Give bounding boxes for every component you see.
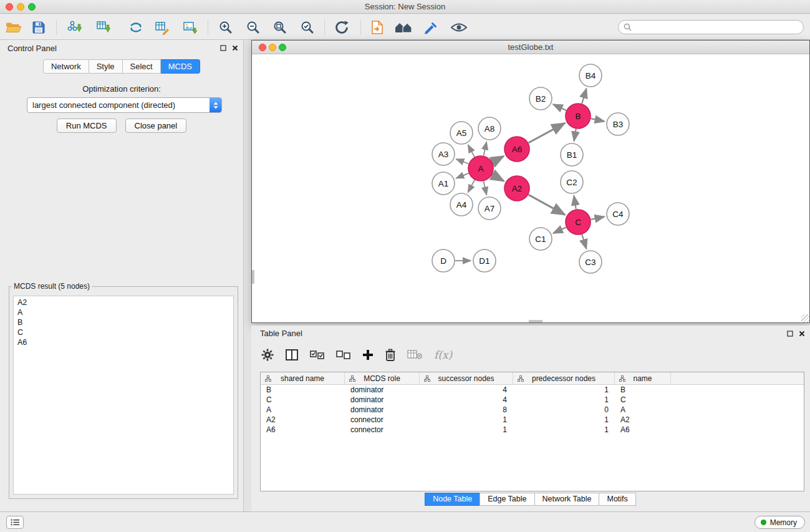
result-item[interactable]: A — [14, 307, 233, 317]
import-network-icon[interactable] — [64, 17, 85, 38]
deselect-all-icon[interactable] — [336, 351, 350, 360]
select-all-icon[interactable] — [310, 351, 324, 360]
node-D1[interactable]: D1 — [473, 249, 496, 272]
edge-A-A5[interactable] — [468, 145, 475, 157]
edge-A-A1[interactable] — [456, 173, 468, 178]
edge-B-B1[interactable] — [574, 129, 576, 142]
edge-A-A4[interactable] — [468, 180, 475, 193]
run-mcds-button[interactable]: Run MCDS — [57, 118, 117, 133]
layout-presets-icon[interactable] — [393, 17, 414, 38]
node-A2[interactable]: A2 — [504, 176, 529, 201]
edit-table-icon[interactable] — [152, 17, 173, 38]
edge-A-A6[interactable] — [493, 156, 504, 162]
edge-A2-C[interactable] — [528, 195, 565, 215]
tab-network[interactable]: Network — [43, 59, 89, 74]
delete-table-icon[interactable] — [407, 350, 422, 360]
node-A7[interactable]: A7 — [478, 197, 501, 220]
result-item[interactable]: A2 — [14, 297, 233, 307]
horizontal-scroll-thumb[interactable] — [529, 320, 542, 322]
column-header-predecessor-nodes[interactable]: predecessor nodes — [513, 372, 615, 384]
node-A6[interactable]: A6 — [504, 137, 529, 162]
node-A[interactable]: A — [468, 156, 493, 181]
edge-A-A3[interactable] — [456, 159, 469, 164]
close-panel-icon[interactable] — [232, 45, 238, 51]
add-row-icon[interactable] — [362, 349, 374, 360]
refresh-layout-icon[interactable] — [331, 17, 352, 38]
edge-A-A8[interactable] — [484, 142, 487, 156]
show-panels-button[interactable] — [6, 516, 24, 529]
column-header-successor-nodes[interactable]: successor nodes — [420, 372, 513, 384]
node-B3[interactable]: B3 — [607, 113, 629, 135]
node-B2[interactable]: B2 — [529, 87, 552, 110]
import-table-icon[interactable] — [93, 17, 114, 38]
tab-motifs[interactable]: Motifs — [599, 493, 635, 506]
edge-C-C3[interactable] — [582, 235, 586, 249]
node-D[interactable]: D — [432, 249, 455, 272]
edge-B-B3[interactable] — [591, 118, 605, 121]
edge-A6-B[interactable] — [529, 123, 565, 143]
node-A4[interactable]: A4 — [450, 193, 473, 216]
float-table-panel-icon[interactable] — [787, 331, 793, 337]
node-A1[interactable]: A1 — [432, 172, 455, 195]
table-row[interactable]: A2connector11A2 — [261, 415, 804, 425]
tab-node-table[interactable]: Node Table — [425, 493, 480, 506]
table-row[interactable]: Adominator80A — [261, 405, 804, 415]
table-row[interactable]: A6connector11A6 — [261, 425, 804, 435]
column-header-mcds-role[interactable]: MCDS role — [345, 372, 420, 384]
table-settings-icon[interactable] — [261, 349, 274, 361]
edge-C-C2[interactable] — [574, 196, 576, 210]
node-C2[interactable]: C2 — [561, 171, 583, 193]
edge-C-C1[interactable] — [553, 228, 566, 233]
node-C1[interactable]: C1 — [529, 228, 552, 250]
search-input[interactable] — [635, 23, 803, 32]
zoom-fit-icon[interactable] — [269, 17, 291, 38]
edge-A-A7[interactable] — [484, 181, 487, 195]
column-layout-icon[interactable] — [286, 349, 298, 360]
node-B4[interactable]: B4 — [579, 64, 602, 87]
table-row[interactable]: Bdominator41B — [261, 385, 804, 395]
tab-select[interactable]: Select — [123, 59, 161, 74]
export-network-icon[interactable] — [367, 17, 388, 38]
zoom-out-icon[interactable] — [243, 17, 264, 38]
node-C[interactable]: C — [566, 210, 591, 235]
table-row[interactable]: Cdominator41C — [261, 395, 804, 405]
node-C3[interactable]: C3 — [579, 251, 602, 273]
result-item[interactable]: B — [14, 317, 233, 327]
open-file-icon[interactable] — [3, 17, 24, 38]
delete-row-icon[interactable] — [385, 349, 395, 361]
node-A3[interactable]: A3 — [432, 143, 455, 165]
edge-A-A2[interactable] — [492, 175, 504, 181]
tab-style[interactable]: Style — [89, 59, 123, 74]
save-session-icon[interactable] — [28, 17, 49, 38]
edge-B-B2[interactable] — [553, 104, 566, 110]
resize-handle[interactable] — [801, 314, 809, 322]
close-table-panel-icon[interactable] — [799, 331, 805, 337]
close-panel-button[interactable]: Close panel — [125, 118, 187, 133]
show-details-icon[interactable] — [448, 17, 470, 38]
node-C4[interactable]: C4 — [607, 203, 629, 225]
float-panel-icon[interactable] — [220, 45, 226, 51]
column-header-name[interactable]: name — [615, 372, 671, 384]
column-header-shared-name[interactable]: shared name — [261, 372, 345, 384]
annotation-icon[interactable] — [420, 17, 441, 38]
node-A5[interactable]: A5 — [450, 122, 473, 144]
optimization-criterion-select[interactable]: largest connected component (directed) — [27, 97, 222, 113]
tab-edge-table[interactable]: Edge Table — [480, 493, 534, 506]
result-item[interactable]: A6 — [14, 337, 233, 347]
zoom-in-icon[interactable] — [215, 17, 236, 38]
edge-C-C4[interactable] — [591, 216, 605, 219]
node-B1[interactable]: B1 — [561, 143, 583, 166]
tab-mcds[interactable]: MCDS — [161, 59, 200, 74]
memory-button[interactable]: Memory — [755, 516, 805, 529]
function-builder-icon[interactable]: f(x) — [434, 349, 452, 361]
zoom-selected-icon[interactable] — [297, 17, 318, 38]
result-item[interactable]: C — [14, 327, 233, 337]
export-image-icon[interactable] — [180, 17, 201, 38]
network-canvas[interactable]: B4B2BB3A8A5A6A3B1AC2A1A2A4A7C4CC1C3DD1 — [252, 54, 809, 322]
vertical-scroll-thumb[interactable] — [252, 270, 254, 284]
edge-B-B4[interactable] — [582, 89, 586, 104]
search-field[interactable] — [618, 20, 804, 34]
tab-network-table[interactable]: Network Table — [534, 493, 600, 506]
node-A8[interactable]: A8 — [478, 117, 501, 140]
node-B[interactable]: B — [566, 104, 591, 128]
